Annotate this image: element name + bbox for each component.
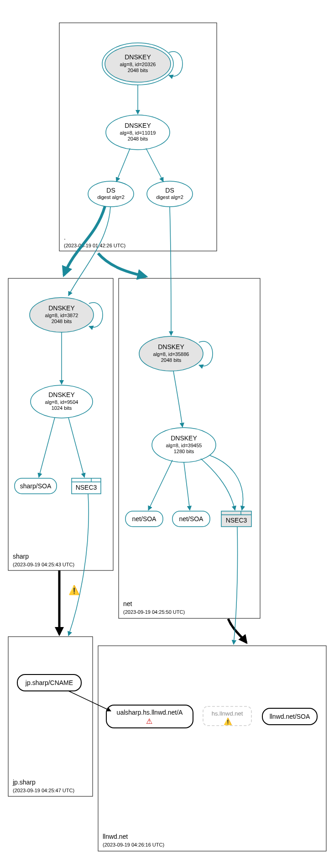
edge-cname-to-a: [68, 691, 111, 711]
node-net-nsec3: NSEC3: [221, 511, 251, 527]
svg-point-9: [88, 181, 134, 207]
svg-text:DNSKEY: DNSKEY: [125, 122, 151, 129]
node-root-ds1: DS digest alg=2: [88, 181, 134, 207]
zone-root-name: .: [64, 234, 66, 241]
svg-text:DNSKEY: DNSKEY: [158, 343, 184, 350]
zone-jpsharp: [8, 637, 93, 796]
zone-llnwd-time: (2023-09-19 04:26:16 UTC): [103, 842, 164, 847]
node-net-zsk: DNSKEY alg=8, id=39455 1280 bits: [152, 428, 216, 462]
zone-net-time: (2023-09-19 04:25:50 UTC): [123, 609, 185, 615]
edge-net-zsk-nsec3a: [201, 459, 235, 510]
svg-text:alg=8, id=35886: alg=8, id=35886: [153, 351, 189, 357]
node-sharp-soa: sharp/SOA: [15, 478, 57, 494]
edge-sharp-zsk-nsec3: [68, 418, 84, 477]
svg-text:1024 bits: 1024 bits: [52, 405, 72, 411]
svg-text:alg=8, id=9504: alg=8, id=9504: [45, 399, 78, 405]
warn-icon: ⚠️: [68, 585, 80, 596]
zone-sharp-name: sharp: [13, 553, 29, 560]
zone-jpsharp-name: jp.sharp: [12, 779, 36, 786]
svg-text:DNSKEY: DNSKEY: [171, 434, 197, 442]
svg-text:sharp/SOA: sharp/SOA: [20, 482, 52, 490]
svg-text:2048 bits: 2048 bits: [128, 68, 148, 73]
edge-net-zsk-soa2: [184, 462, 190, 510]
dnssec-diagram: . (2023-09-19 01:42:26 UTC) sharp (2023-…: [0, 0, 334, 868]
svg-text:2048 bits: 2048 bits: [128, 136, 148, 141]
edge-sharp-zsk-soa: [39, 418, 55, 477]
edge-net-zsk-nsec3b: [210, 455, 243, 510]
edge-root-to-sharp-zone: [64, 206, 105, 275]
svg-text:DNSKEY: DNSKEY: [125, 53, 151, 61]
svg-text:NSEC3: NSEC3: [226, 517, 247, 524]
zone-llnwd: [98, 646, 326, 851]
node-root-zsk: DNSKEY alg=8, id=11019 2048 bits: [106, 115, 170, 150]
svg-text:hs.llnwd.net: hs.llnwd.net: [212, 710, 243, 717]
node-net-soa1: net/SOA: [125, 511, 163, 527]
svg-text:digest alg=2: digest alg=2: [156, 194, 183, 200]
zone-jpsharp-time: (2023-09-19 04:25:47 UTC): [13, 788, 74, 793]
svg-text:DNSKEY: DNSKEY: [48, 391, 75, 398]
edge-ds2-net-ksk: [170, 207, 171, 335]
node-llnwd-soa: llnwd.net/SOA: [262, 708, 317, 725]
svg-text:jp.sharp/CNAME: jp.sharp/CNAME: [25, 679, 73, 686]
edge-root-to-net-zone-branch: [98, 253, 146, 277]
svg-text:DNSKEY: DNSKEY: [48, 304, 75, 312]
edge-net-zsk-soa1: [148, 460, 172, 510]
node-root-ds2: DS digest alg=2: [147, 181, 193, 207]
edge-root-zsk-ds2: [146, 148, 163, 182]
svg-text:alg=8, id=39455: alg=8, id=39455: [166, 443, 202, 448]
svg-text:NSEC3: NSEC3: [76, 484, 97, 491]
edge-net-ksk-zsk: [173, 371, 183, 427]
node-sharp-nsec3: NSEC3: [72, 478, 101, 494]
edge-root-zsk-ds1: [116, 148, 130, 182]
zone-net-name: net: [123, 600, 132, 607]
node-root-ksk: DNSKEY alg=8, id=20326 2048 bits: [102, 43, 173, 85]
svg-point-12: [147, 181, 193, 207]
node-net-soa2: net/SOA: [172, 511, 210, 527]
edge-net-to-llnwd-zone: [228, 619, 246, 643]
svg-text:llnwd.net/SOA: llnwd.net/SOA: [270, 713, 310, 720]
svg-text:DS: DS: [106, 187, 115, 194]
node-hs-llnwd: hs.llnwd.net ⚠️: [203, 706, 251, 726]
node-net-ksk: DNSKEY alg=8, id=35886 2048 bits: [139, 336, 203, 371]
svg-text:2048 bits: 2048 bits: [161, 357, 182, 363]
zone-sharp-time: (2023-09-19 04:25:43 UTC): [13, 562, 74, 567]
node-sharp-ksk: DNSKEY alg=8, id=3872 2048 bits: [30, 298, 94, 332]
node-ual-a: ualsharp.hs.llnwd.net/A ⚠: [106, 705, 193, 728]
svg-text:ualsharp.hs.llnwd.net/A: ualsharp.hs.llnwd.net/A: [117, 709, 183, 716]
svg-text:alg=8, id=20326: alg=8, id=20326: [120, 62, 156, 67]
error-icon: ⚠: [146, 717, 152, 725]
node-jp-cname: jp.sharp/CNAME: [17, 675, 81, 691]
svg-text:2048 bits: 2048 bits: [52, 319, 72, 324]
svg-text:digest alg=2: digest alg=2: [97, 194, 125, 200]
svg-text:DS: DS: [165, 187, 174, 194]
svg-text:net/SOA: net/SOA: [179, 515, 204, 523]
node-sharp-zsk: DNSKEY alg=8, id=9504 1024 bits: [31, 385, 93, 418]
warn-icon-small: ⚠️: [224, 717, 232, 726]
svg-text:alg=8, id=11019: alg=8, id=11019: [120, 130, 156, 136]
svg-text:net/SOA: net/SOA: [132, 515, 157, 523]
zone-root-time: (2023-09-19 01:42:26 UTC): [64, 243, 125, 248]
zone-llnwd-name: llnwd.net: [103, 833, 128, 840]
edge-net-nsec3-llnwd: [234, 527, 238, 644]
svg-text:alg=8, id=3872: alg=8, id=3872: [45, 313, 78, 318]
svg-text:1280 bits: 1280 bits: [174, 449, 194, 454]
